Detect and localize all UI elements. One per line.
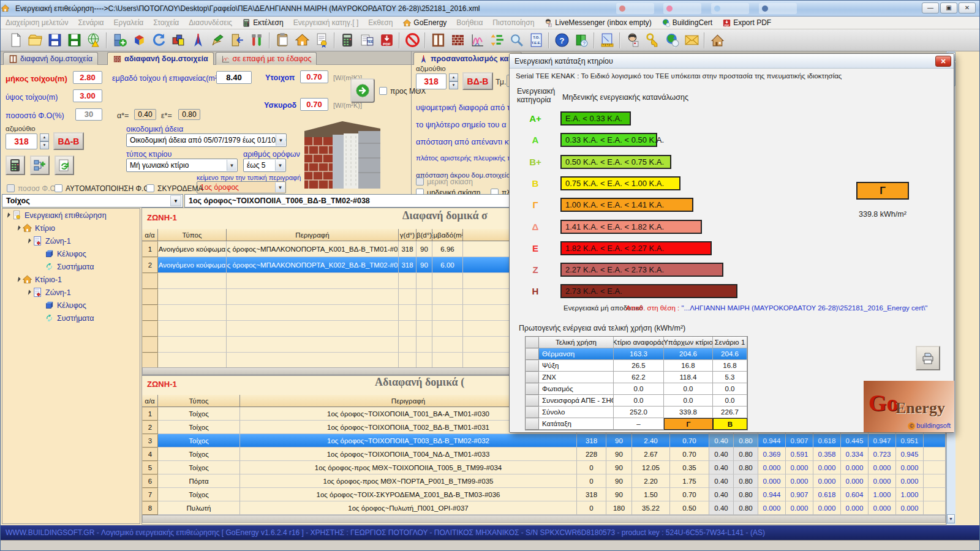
combo-dropdown-icon[interactable]: ▼ [170, 195, 181, 206]
tree-item-κέλυφος[interactable]: Κέλυφος [2, 299, 140, 312]
table-row[interactable]: 8Πυλωτή1ος όροφος~Πυλωτή_Π001_ΟΡΙ-#03701… [142, 501, 946, 515]
checkbox-3[interactable]: ΣΚΥΡΟΔΕΜΑ [146, 184, 203, 193]
checkbox-1[interactable]: ποσοσ Φ.Ο [7, 184, 56, 193]
tab-2[interactable]: αδιαφανή δομ.στοιχεία [107, 52, 214, 65]
row-number[interactable]: 3 [142, 434, 158, 448]
window-frame-icon[interactable] [429, 31, 447, 50]
to-tee-icon[interactable]: T.O.T.E.E. [527, 31, 545, 50]
new-document-icon[interactable] [6, 31, 24, 50]
table-row[interactable]: 4Τοίχος1ος όροφος~ΤΟΙΧΟΠΟΙΙΑ_Τ004_ΝΔ-Δ_Τ… [142, 448, 946, 461]
cube-3d-icon[interactable] [130, 31, 148, 50]
row-number[interactable]: 2 [142, 421, 158, 434]
floors-dropdown[interactable]: έως 5▼ [243, 159, 286, 172]
row-number[interactable] [142, 305, 158, 321]
shading-checkbox-1[interactable]: μερική σκίαση [416, 178, 473, 186]
tab-1[interactable]: διαφανή δομ.στοιχεία [3, 52, 98, 65]
tree-item-συστήματα[interactable]: Συστήματα [2, 312, 140, 324]
color-chart-icon[interactable] [169, 31, 187, 50]
edit-signature-icon[interactable] [208, 31, 227, 50]
license-keys-icon[interactable] [643, 31, 662, 50]
orientation-direction-button[interactable]: ΒΔ-Β [462, 72, 493, 90]
rotate-icon[interactable] [149, 31, 168, 50]
tab-orientation[interactable]: προσανατολισμός και ε [413, 52, 522, 65]
dialog-close-button[interactable]: ✕ [935, 56, 951, 67]
tools-icon[interactable] [247, 31, 266, 50]
expand-arrow-icon[interactable] [15, 225, 20, 230]
email-envelope-icon[interactable] [682, 31, 701, 50]
menu-item-5[interactable]: Διασυνδέσεις [189, 18, 232, 27]
expand-arrow-icon[interactable] [5, 212, 10, 217]
clipboard-icon[interactable] [273, 31, 292, 50]
orientation-azimuth-input[interactable]: 318 [416, 73, 447, 89]
energy-row[interactable]: Κατάταξη–ΓΒ [526, 418, 747, 430]
row-number[interactable]: 1 [142, 241, 158, 257]
epsilon-input[interactable]: 0.80 [178, 109, 200, 120]
row-number[interactable]: 2 [142, 257, 158, 273]
open-folder-icon[interactable] [26, 31, 44, 50]
menu-item-6[interactable]: Εκτέλεση [242, 18, 284, 28]
tree-item-ενεργειακή-επιθεώρηση[interactable]: Ενεργειακή επιθεώρηση [2, 209, 140, 222]
row-number[interactable] [142, 353, 158, 369]
menu-item-10[interactable]: Βοήθεια [456, 18, 483, 27]
menu-item-9[interactable]: GoEnergy [402, 18, 447, 28]
table-row[interactable]: 7Τοίχος1ος όροφος~ΤΟΙΧ-ΣΚΥΡΟΔΕΜΑ_Σ001_ΒΔ… [142, 488, 946, 501]
pre-text-dropdown[interactable]: 1ος όροφος▼ [197, 181, 286, 193]
tab-3[interactable]: σε επαφή με το έδαφος [216, 52, 317, 65]
calculator-button[interactable] [6, 156, 25, 175]
element-type-combo[interactable]: Τοίχος ▼ [2, 194, 183, 208]
u-wall-input[interactable]: 0.70 [300, 70, 328, 83]
menu-item-14[interactable]: PDFExport PDF [722, 18, 771, 28]
menu-item-12[interactable]: LiveMessenger (inbox empty) [544, 18, 651, 28]
building-type-dropdown[interactable]: Μή γωνιακό κτίριο▼ [126, 159, 238, 172]
add-blocks-icon[interactable] [110, 31, 129, 50]
distribution-chart-icon[interactable] [468, 31, 486, 50]
azimuth-spinner[interactable]: ▲▼ [40, 133, 49, 149]
sort-list-icon[interactable] [488, 31, 506, 50]
table-row[interactable]: 6Πόρτα1ος όροφος-προς ΜΘΧ~ΠΟΡΤΑ_Ρ001_Β_Τ… [142, 474, 946, 488]
tree-item-συστήματα[interactable]: Συστήματα [2, 260, 140, 273]
menu-item-13[interactable]: BuildingCert [662, 18, 712, 28]
globe-warning-icon[interactable] [85, 31, 103, 50]
apply-u-values-button[interactable] [350, 78, 375, 103]
print-button[interactable] [916, 346, 940, 370]
header-row[interactable]: Τελική χρήσηΚτίριο αναφοράςΥπάρχων κτίρι… [526, 337, 747, 348]
alpha-input[interactable]: 0.40 [134, 109, 156, 120]
row-number[interactable]: 4 [142, 448, 158, 461]
row-number[interactable] [142, 273, 158, 289]
wall-height-input[interactable]: 3.00 [73, 89, 102, 102]
tree-item-κτίριο-1[interactable]: Κτίριο-1 [2, 273, 140, 286]
dialog-title-bar[interactable]: Ενεργειακή κατάταξη κτηρίου ✕ [510, 54, 954, 69]
building-permit-dropdown[interactable]: Οικοδομική άδεια από 05/07/1979 έως 01/1… [126, 133, 287, 147]
row-number[interactable] [142, 321, 158, 337]
menu-item-4[interactable]: Στοιχεία [153, 18, 179, 27]
row-number[interactable]: 7 [142, 488, 158, 501]
menu-item-8[interactable]: Εκθεση [368, 18, 393, 27]
azimuth-input[interactable]: 318 [6, 133, 37, 149]
azimuth-direction-button[interactable]: ΒΔ-Β [53, 132, 84, 150]
table-row[interactable]: 3Τοίχος1ος όροφος~ΤΟΙΧΟΠΟΙΙΑ_Τ003_ΒΔ-Β_Τ… [142, 434, 946, 448]
calculator-icon[interactable] [338, 31, 356, 50]
row-number[interactable] [142, 289, 158, 305]
orientation-azimuth-spinner[interactable]: ▲▼ [449, 73, 458, 89]
table-row[interactable]: 5Τοίχος1ος όροφος-προς ΜΘΧ~ΤΟΙΧΟΠΟΙΙΑ_Τ0… [142, 461, 946, 474]
maximize-button[interactable]: ▣ [940, 2, 957, 13]
globe-comment-icon[interactable] [663, 31, 681, 50]
checkbox-2[interactable]: ΑΥΤΟΜΑΤΟΠΟΙΗΣΗ Φ.Ο [55, 184, 149, 193]
user-profile-icon[interactable] [624, 31, 642, 50]
close-button[interactable]: ✕ [959, 2, 976, 13]
energy-row[interactable]: ΖΝΧ62.2118.45.3 [526, 372, 747, 383]
drawing-ruler-icon[interactable] [598, 31, 616, 50]
menu-item-1[interactable]: Διαχείριση μελετών [6, 18, 68, 27]
save-as-icon[interactable] [65, 31, 83, 50]
menu-item-7[interactable]: Ενεργειακή κατηγ.[ ] [293, 18, 359, 27]
energy-row[interactable]: Θέρμανση163.3204.6204.6 [526, 348, 747, 360]
certificate-icon[interactable] [312, 31, 331, 50]
wall-length-input[interactable]: 2.80 [73, 71, 102, 84]
fo-percent-input[interactable]: 30 [75, 108, 102, 121]
energy-row[interactable]: Σύνολο252.0339.8226.7 [526, 407, 747, 418]
scroll-down-icon[interactable]: ▼ [947, 514, 955, 523]
exit-door-icon[interactable] [228, 31, 246, 50]
lower-horizontal-scrollbar[interactable] [142, 515, 946, 523]
help-question-icon[interactable]: ? [552, 31, 571, 50]
row-number[interactable]: 5 [142, 461, 158, 474]
